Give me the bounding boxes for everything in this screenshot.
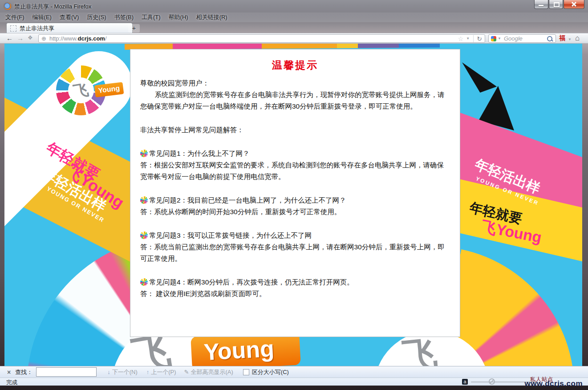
back-button[interactable]: ←	[6, 34, 13, 42]
maximize-button[interactable]	[549, 0, 563, 9]
new-tab-button[interactable]: +	[128, 24, 140, 32]
faq-pinwheel-icon	[140, 150, 148, 157]
url-dropdown-icon[interactable]: ▼	[466, 37, 470, 41]
find-prev-arrow-icon: ↑	[146, 369, 150, 375]
ime-indicator: a	[462, 379, 468, 385]
menu-item-view[interactable]: 查看(V)	[60, 13, 79, 21]
find-label: 查找：	[15, 368, 32, 376]
menu-item-bookmarks[interactable]: 书签(B)	[114, 13, 134, 21]
search-icon[interactable]	[547, 36, 552, 41]
tab-title: 禁止非法共享	[20, 24, 54, 32]
faq-question: 常见问题3：我可以正常拨号链接，为什么还上不了网	[149, 232, 312, 239]
find-bar: × 查找： ↓ 下一个(N) ↑ 上一个(P) ✎ 全部高亮显示(A) 区分大小…	[0, 366, 588, 378]
menubar: 文件(F) 编辑(E) 查看(V) 历史(S) 书签(B) 工具(T) 帮助(H…	[0, 12, 588, 22]
find-next-arrow-icon: ↓	[107, 369, 110, 375]
tab-favicon-placeholder-icon	[10, 25, 16, 32]
menu-item-related-links[interactable]: 相关链接(R)	[196, 13, 227, 21]
zoom-slider-knob[interactable]	[489, 378, 495, 385]
greeting: 尊敬的校园宽带用户：	[140, 77, 450, 89]
close-button[interactable]	[564, 0, 584, 9]
google-logo-icon	[491, 36, 496, 41]
bookmark-star-icon[interactable]: ☆	[458, 35, 464, 42]
fu-extension-button[interactable]: 福	[559, 34, 565, 42]
minimize-icon	[539, 5, 543, 6]
faq-question: 常见问题2：我目前已经是一台电脑上网了，为什么还上不了网？	[149, 196, 346, 204]
search-engine-dropdown-icon[interactable]: ▼	[498, 37, 501, 41]
menu-item-file[interactable]: 文件(F)	[5, 13, 24, 21]
menu-item-help[interactable]: 帮助(H)	[169, 13, 188, 21]
search-box[interactable]: ▼ Google	[488, 34, 556, 43]
status-bar: 完成 a	[0, 378, 588, 386]
highlight-pen-icon: ✎	[184, 369, 189, 375]
url-text: http://www.dcrjs.com/	[49, 35, 107, 42]
match-case-label[interactable]: 区分大小写(C)	[252, 368, 289, 376]
faq-item-4: 常见问题4：断网30分钟后，再次拨号连接，仍无法正常打开网页。 答： 建议使用I…	[140, 276, 450, 300]
menu-item-edit[interactable]: 编辑(E)	[32, 13, 52, 21]
fu-dropdown-icon[interactable]: ▼	[568, 37, 572, 41]
find-next-button[interactable]: 下一个(N)	[112, 368, 138, 376]
tab-active[interactable]: 禁止非法共享	[6, 23, 133, 33]
highlight-all-button[interactable]: 全部高亮显示(A)	[191, 368, 233, 376]
url-prefix: http://www.	[49, 35, 78, 42]
logo-fly-glyph: 飞	[66, 75, 96, 105]
faq-item-2: 常见问题2：我目前已经是一台电脑上网了，为什么还上不了网？ 答：系统从你断网的时…	[140, 195, 450, 218]
content-panel: 温馨提示 尊敬的校园宽带用户： 系统监测到您的宽带账号存在多台电脑非法共享行为，…	[130, 49, 460, 337]
faq-answer: 答： 建议使用IE浏览器或刷新页面即可。	[140, 288, 450, 300]
black-sliver-decor	[462, 62, 497, 93]
url-suffix: /	[105, 35, 107, 42]
faq-answer: 答：系统当前已监测出您的宽带账号存在多台电脑共享上网，请在断网30分钟后，重新拨…	[140, 241, 450, 264]
reload-button[interactable]: ↻	[473, 35, 482, 42]
faq-question: 常见问题1：为什么我上不了网？	[149, 150, 250, 157]
tab-bar: 禁止非法共享 +	[0, 22, 588, 33]
window-controls	[534, 0, 584, 9]
status-text: 完成	[6, 379, 17, 386]
faq-question: 常见问题4：断网30分钟后，再次拨号连接，仍无法正常打开网页。	[149, 278, 354, 286]
home-button[interactable]: ⌂	[575, 34, 580, 43]
page-viewport: 飞 Young 年轻就要 飞Young 年轻活出样 YOUNG OR NEVER…	[4, 44, 582, 366]
faq-item-3: 常见问题3：我可以正常拨号链接，为什么还上不了网 答：系统当前已监测出您的宽带账…	[140, 230, 450, 264]
nav-toolbar: ← → ❖ ⊕ http://www.dcrjs.com/ ☆ ▼ ↻ ▼ Go…	[0, 33, 588, 44]
globe-icon: ⊕	[41, 35, 46, 42]
faq-pinwheel-icon	[140, 278, 148, 286]
search-placeholder: Google	[504, 35, 547, 42]
menu-item-tools[interactable]: 工具(T)	[142, 13, 161, 21]
intro-paragraph: 系统监测到您的宽带账号存在多台电脑非法共享行为，现暂停对你的宽带账号提供上网服务…	[140, 89, 450, 112]
window-titlebar: 禁止非法共享 - Mozilla Firefox	[0, 0, 588, 12]
forward-button[interactable]: →	[17, 34, 24, 42]
url-domain: dcrjs.com	[77, 35, 105, 42]
find-input[interactable]	[36, 367, 97, 377]
url-bar[interactable]: ⊕ http://www.dcrjs.com/ ☆ ▼ ↻	[38, 34, 485, 43]
watermark-domain: www.dcrjs.com	[524, 379, 583, 388]
window-title: 禁止非法共享 - Mozilla Firefox	[14, 3, 91, 11]
minimize-button[interactable]	[534, 0, 548, 9]
maximize-icon	[554, 2, 560, 7]
faq-answer: 答：根据公安部对互联网安全监管的要求，系统自动检测到您的账号存在多台电脑共享上网…	[140, 159, 450, 183]
faq-header: 非法共享暂停上网常见问题解答：	[140, 124, 450, 136]
findbar-close-button[interactable]: ×	[7, 369, 11, 376]
close-icon	[571, 1, 576, 7]
find-prev-button[interactable]: 上一个(P)	[151, 368, 176, 376]
plugin-icon[interactable]: ❖	[28, 34, 33, 41]
menu-item-history[interactable]: 历史(S)	[87, 13, 106, 21]
match-case-checkbox[interactable]	[243, 369, 249, 375]
faq-answer: 答：系统从你断网的时间开始30分钟后，重新拨号才可正常使用。	[140, 206, 450, 218]
faq-pinwheel-icon	[140, 232, 148, 239]
firefox-icon	[4, 3, 11, 10]
faq-item-1: 常见问题1：为什么我上不了网？ 答：根据公安部对互联网安全监管的要求，系统自动检…	[140, 148, 450, 183]
faq-pinwheel-icon	[140, 196, 148, 204]
browser-window: 禁止非法共享 - Mozilla Firefox 文件(F) 编辑(E) 查看(…	[0, 0, 588, 390]
page-title: 温馨提示	[140, 58, 450, 72]
